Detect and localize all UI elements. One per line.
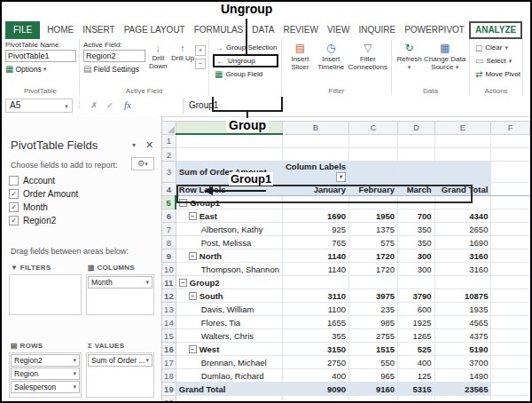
formula-input[interactable]: Group1 bbox=[189, 100, 218, 110]
select-all-corner[interactable] bbox=[162, 122, 176, 135]
name-box-dropdown-icon[interactable]: ▾ bbox=[61, 99, 73, 113]
cell-E20[interactable] bbox=[434, 396, 491, 403]
row-header-17[interactable]: 17 bbox=[162, 356, 176, 369]
chevron-down-icon[interactable]: ▾ bbox=[73, 383, 76, 391]
ribbon-tab-powerpivot[interactable]: POWERPIVOT bbox=[400, 21, 469, 39]
group-field-button[interactable]: ▦ Group Field bbox=[213, 67, 278, 81]
rows-area-box[interactable]: Region2▾Region▾Salesperson▾ bbox=[9, 352, 82, 398]
cell-D13[interactable]: 600 bbox=[398, 303, 435, 316]
cell-A8[interactable]: Post, Melissa bbox=[176, 236, 282, 249]
cell-E18[interactable]: 1490 bbox=[434, 369, 491, 383]
area-field-salesperson[interactable]: Salesperson▾ bbox=[11, 381, 80, 393]
cell-B11[interactable] bbox=[282, 276, 348, 289]
field-settings-button[interactable]: ▤ Field Settings bbox=[83, 65, 145, 74]
collapse-button[interactable]: − bbox=[179, 199, 187, 207]
cell-F3[interactable] bbox=[491, 162, 530, 183]
row-header-14[interactable]: 14 bbox=[162, 316, 176, 329]
cell-D17[interactable]: 400 bbox=[398, 356, 435, 369]
cell-D15[interactable]: 1265 bbox=[398, 329, 435, 343]
cell-C14[interactable]: 985 bbox=[349, 316, 398, 329]
row-header-8[interactable]: 8 bbox=[162, 236, 176, 249]
cell-C12[interactable]: 3975 bbox=[349, 289, 398, 303]
cell-B9[interactable]: 1140 bbox=[282, 249, 348, 263]
area-field-month[interactable]: Month▾ bbox=[88, 276, 153, 288]
cell-D2[interactable] bbox=[398, 148, 435, 162]
row-header-5[interactable]: 5 bbox=[162, 196, 176, 209]
column-labels-filter-icon[interactable]: ▾ bbox=[336, 172, 346, 182]
cell-A1[interactable] bbox=[176, 134, 282, 148]
cell-E10[interactable]: 3160 bbox=[434, 263, 491, 276]
cell-D10[interactable]: 300 bbox=[398, 263, 435, 276]
cell-E4[interactable]: Grand Total bbox=[434, 183, 491, 196]
row-header-19[interactable]: 19 bbox=[162, 383, 176, 396]
ribbon-tab-analyze[interactable]: ANALYZE bbox=[469, 21, 522, 39]
cell-C1[interactable] bbox=[349, 134, 398, 148]
cell-E2[interactable] bbox=[434, 148, 491, 162]
cell-A6[interactable]: −East bbox=[176, 209, 282, 223]
cell-C9[interactable]: 1720 bbox=[349, 249, 398, 263]
collapse-button[interactable]: − bbox=[179, 279, 187, 287]
row-header-2[interactable]: 2 bbox=[162, 148, 176, 162]
cell-F16[interactable] bbox=[491, 343, 530, 356]
cell-E14[interactable]: 4565 bbox=[434, 316, 491, 329]
row-header-11[interactable]: 11 bbox=[162, 276, 176, 289]
cell-A19[interactable]: Grand Total bbox=[176, 383, 282, 396]
row-header-16[interactable]: 16 bbox=[162, 343, 176, 356]
collapse-button[interactable]: − bbox=[189, 292, 197, 300]
cell-E1[interactable] bbox=[434, 134, 491, 148]
cell-D5[interactable] bbox=[398, 196, 435, 209]
area-field-region2[interactable]: Region2▾ bbox=[11, 354, 80, 367]
cell-E17[interactable]: 3700 bbox=[434, 356, 491, 369]
tools-button[interactable]: ⚙▾ bbox=[131, 157, 154, 170]
cell-F10[interactable] bbox=[491, 263, 530, 276]
cell-D18[interactable]: 125 bbox=[398, 369, 435, 383]
row-header-15[interactable]: 15 bbox=[162, 329, 176, 343]
ribbon-tab-view[interactable]: VIEW bbox=[323, 21, 355, 39]
cell-E19[interactable]: 23565 bbox=[434, 383, 491, 396]
row-header-4[interactable]: 4 bbox=[162, 183, 176, 196]
cell-C19[interactable]: 9160 bbox=[349, 383, 398, 396]
drill-up-button[interactable]: ↑ Drill Up bbox=[170, 41, 195, 85]
cell-F6[interactable] bbox=[491, 209, 530, 223]
checkbox-icon[interactable]: ✓ bbox=[9, 202, 19, 212]
row-header-10[interactable]: 10 bbox=[162, 263, 176, 276]
ribbon-tab-review[interactable]: REVIEW bbox=[278, 21, 322, 39]
cell-D14[interactable]: 1925 bbox=[398, 316, 435, 329]
cell-C7[interactable]: 1375 bbox=[349, 223, 398, 236]
cell-F11[interactable] bbox=[491, 276, 530, 289]
ribbon-tab-formulas[interactable]: FORMULAS bbox=[190, 21, 248, 39]
collapse-button[interactable]: − bbox=[189, 212, 197, 220]
cell-E12[interactable]: 10875 bbox=[434, 289, 491, 303]
filters-area-box[interactable] bbox=[9, 274, 82, 315]
cell-A16[interactable]: −West bbox=[176, 343, 282, 356]
cell-E9[interactable]: 3160 bbox=[434, 249, 491, 263]
cell-A12[interactable]: −South bbox=[176, 289, 282, 303]
columns-area-box[interactable]: Month▾ bbox=[86, 274, 154, 315]
cell-B4[interactable]: January bbox=[282, 183, 348, 196]
cell-B6[interactable]: 1690 bbox=[282, 209, 348, 223]
cell-E15[interactable]: 4375 bbox=[434, 329, 491, 343]
row-header-12[interactable]: 12 bbox=[162, 289, 176, 303]
cell-B20[interactable] bbox=[282, 396, 348, 403]
chevron-down-icon[interactable]: ▾ bbox=[145, 357, 149, 364]
cell-C5[interactable] bbox=[349, 196, 398, 209]
cell-C8[interactable]: 575 bbox=[349, 236, 398, 249]
collapse-button[interactable]: − bbox=[189, 252, 197, 260]
cell-E11[interactable] bbox=[434, 276, 491, 289]
cell-E3[interactable] bbox=[434, 162, 491, 183]
cell-A20[interactable] bbox=[176, 396, 282, 403]
cell-A14[interactable]: Flores, Tia bbox=[176, 316, 282, 329]
row-header-3[interactable]: 3 bbox=[162, 162, 176, 183]
row-header-18[interactable]: 18 bbox=[162, 369, 176, 383]
cell-B14[interactable]: 1655 bbox=[282, 316, 348, 329]
drill-down-button[interactable]: ↓ Drill Down bbox=[145, 41, 170, 85]
cell-B12[interactable]: 3110 bbox=[282, 289, 348, 303]
chevron-down-icon[interactable]: ▾ bbox=[145, 279, 149, 286]
pane-options-icon[interactable]: ▾ bbox=[132, 141, 136, 149]
cell-F15[interactable] bbox=[491, 329, 530, 343]
checkbox-icon[interactable] bbox=[9, 176, 19, 186]
cell-F7[interactable] bbox=[491, 223, 530, 236]
column-header-D[interactable]: D bbox=[398, 122, 435, 135]
cell-B8[interactable]: 765 bbox=[282, 236, 348, 249]
insert-function-icon[interactable]: fx bbox=[124, 99, 131, 110]
